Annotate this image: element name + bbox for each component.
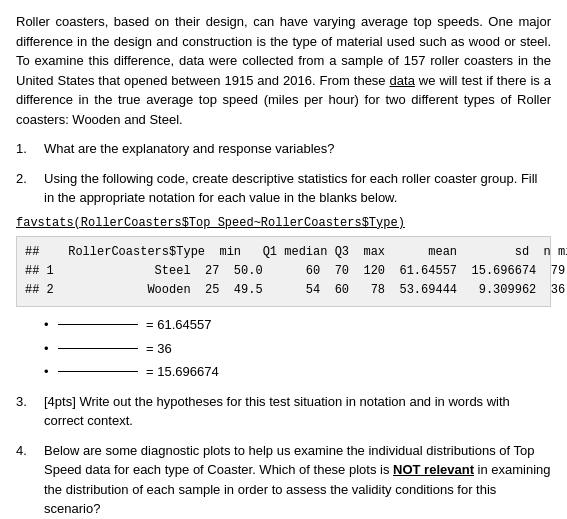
bullet-item-2: • = 36 bbox=[44, 339, 551, 359]
question-1-row: 1. What are the explanatory and response… bbox=[16, 139, 551, 159]
bullet-dot-1: • bbox=[44, 315, 54, 335]
question-3-number: 3. bbox=[16, 392, 38, 431]
bullet-dot-2: • bbox=[44, 339, 54, 359]
bullet-value-3: = 15.696674 bbox=[146, 362, 219, 382]
question-2-row: 2. Using the following code, create desc… bbox=[16, 169, 551, 208]
intro-underline-data: data bbox=[390, 73, 415, 88]
question-3-block: 3. [4pts] Write out the hypotheses for t… bbox=[16, 392, 551, 431]
question-1-number: 1. bbox=[16, 139, 38, 159]
question-4-row: 4. Below are some diagnostic plots to he… bbox=[16, 441, 551, 519]
blank-2 bbox=[58, 348, 138, 349]
question-3-text: [4pts] Write out the hypotheses for this… bbox=[44, 392, 551, 431]
question-4-number: 4. bbox=[16, 441, 38, 519]
bullet-value-2: = 36 bbox=[146, 339, 172, 359]
question-2-text: Using the following code, create descrip… bbox=[44, 169, 551, 208]
bullet-block: • = 61.64557 • = 36 • = 15.696674 bbox=[44, 315, 551, 382]
code-output-block: ## RollerCoasters$Type min Q1 median Q3 … bbox=[16, 236, 551, 308]
question-4-block: 4. Below are some diagnostic plots to he… bbox=[16, 441, 551, 519]
bullet-value-1: = 61.64557 bbox=[146, 315, 211, 335]
question-1-text: What are the explanatory and response va… bbox=[44, 139, 551, 159]
question-2-block: 2. Using the following code, create desc… bbox=[16, 169, 551, 382]
question-1-block: 1. What are the explanatory and response… bbox=[16, 139, 551, 159]
intro-paragraph: Roller coasters, based on their design, … bbox=[16, 12, 551, 129]
blank-3 bbox=[58, 371, 138, 372]
code-output-row2: ## 2 Wooden 25 49.5 54 60 78 53.69444 9.… bbox=[25, 283, 567, 297]
bullet-dot-3: • bbox=[44, 362, 54, 382]
blank-1 bbox=[58, 324, 138, 325]
code-output-row1: ## 1 Steel 27 50.0 60 70 120 61.64557 15… bbox=[25, 264, 567, 278]
q4-not-relevant: NOT relevant bbox=[393, 462, 474, 477]
code-output-header: ## RollerCoasters$Type min Q1 median Q3 … bbox=[25, 245, 567, 259]
bullet-item-1: • = 61.64557 bbox=[44, 315, 551, 335]
question-4-text: Below are some diagnostic plots to help … bbox=[44, 441, 551, 519]
question-2-number: 2. bbox=[16, 169, 38, 208]
favstats-code-line: favstats(RollerCoasters$Top_Speed~Roller… bbox=[16, 214, 551, 232]
bullet-item-3: • = 15.696674 bbox=[44, 362, 551, 382]
question-3-row: 3. [4pts] Write out the hypotheses for t… bbox=[16, 392, 551, 431]
favstats-code: favstats(RollerCoasters$Top_Speed~Roller… bbox=[16, 216, 405, 230]
